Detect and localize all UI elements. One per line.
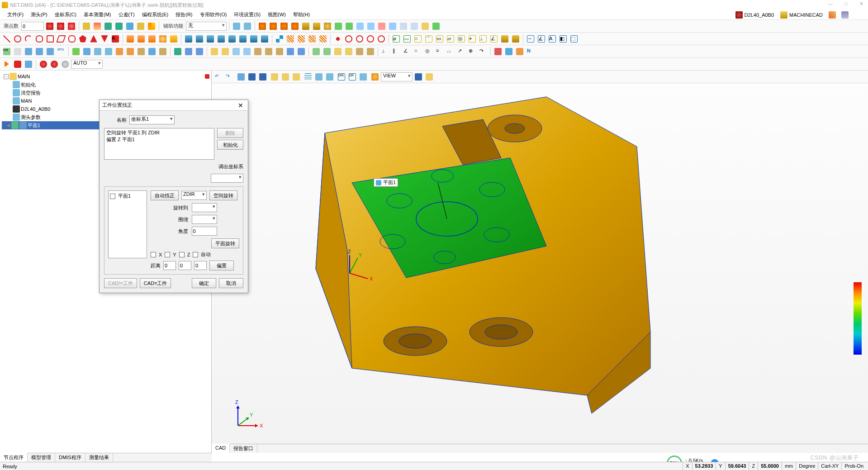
run-icon[interactable] [2, 59, 12, 69]
tree-collapse-icon[interactable]: − [4, 74, 9, 79]
solid5-icon[interactable] [227, 34, 237, 44]
tag2-icon[interactable] [49, 59, 59, 69]
con12-icon[interactable] [333, 47, 343, 57]
mode-select[interactable]: AUTO [71, 60, 103, 69]
sync-icon[interactable] [24, 59, 33, 69]
tb3-g[interactable] [93, 47, 103, 57]
zdir-select[interactable]: ZDIR [181, 191, 207, 200]
init-icon[interactable]: Init [2, 47, 12, 57]
surf5-icon[interactable] [169, 34, 179, 44]
geo-a-icon[interactable]: A [110, 34, 120, 44]
sym-con-icon[interactable]: ◎ [424, 47, 434, 57]
dot1-icon[interactable] [333, 34, 343, 44]
tb3-h[interactable] [104, 47, 114, 57]
feature-misc8-icon[interactable] [431, 21, 441, 31]
tb1-a[interactable] [45, 21, 55, 31]
dim5-icon[interactable]: ⬚ [569, 34, 579, 44]
tb1-g[interactable] [114, 21, 124, 31]
tb3-p[interactable] [194, 47, 204, 57]
menu-help[interactable]: 帮助(H) [289, 10, 313, 19]
colortag2-icon[interactable] [504, 47, 514, 57]
checkbox[interactable] [110, 194, 115, 199]
active-cad-chip[interactable]: MACHINECAD [778, 11, 825, 19]
feature-misc4-icon[interactable] [388, 21, 398, 31]
con11-icon[interactable] [322, 47, 332, 57]
tol1-icon[interactable]: ⌀ [391, 34, 401, 44]
tb3-k[interactable] [136, 47, 146, 57]
feature-misc2-icon[interactable] [366, 21, 376, 31]
aux-select[interactable]: 无 [186, 22, 227, 31]
con14-icon[interactable] [355, 47, 365, 57]
tb3-e[interactable] [71, 47, 81, 57]
cad-tab-cad[interactable]: CAD [212, 444, 230, 453]
autoalign-button[interactable]: 自动找正 [151, 190, 179, 200]
redo-icon[interactable]: ↷ [224, 72, 234, 82]
tb1-j[interactable] [232, 21, 242, 31]
tb3-a[interactable] [13, 47, 23, 57]
surf4-icon[interactable] [158, 34, 168, 44]
surf1-icon[interactable] [125, 34, 135, 44]
con4-icon[interactable] [242, 47, 252, 57]
menu-tolerance[interactable]: 公差(T) [115, 10, 138, 19]
open-icon[interactable] [236, 72, 246, 82]
geo-tri-icon[interactable] [89, 34, 99, 44]
feature-sphere-icon[interactable] [323, 21, 332, 31]
sym-prof-icon[interactable]: ⌓ [446, 47, 455, 57]
tb1-e[interactable] [92, 21, 102, 31]
delete-button[interactable]: 删除 [217, 128, 243, 138]
dim4-icon[interactable]: ◧ [558, 34, 568, 44]
init-button[interactable]: 初始化 [217, 140, 243, 150]
con1-icon[interactable] [209, 47, 219, 57]
tab-dmisprogram[interactable]: DMIS程序 [55, 453, 85, 462]
feature-slot-icon[interactable] [333, 21, 343, 31]
dot2-icon[interactable] [344, 34, 354, 44]
feature-misc7-icon[interactable] [420, 21, 430, 31]
tol2-icon[interactable]: — [402, 34, 412, 44]
tree-item[interactable]: D2L40_A0B0 [21, 106, 50, 112]
tol12-icon[interactable] [511, 34, 521, 44]
geo-mtri-icon[interactable] [100, 34, 109, 44]
text-icon[interactable]: N [526, 47, 536, 57]
warning-icon[interactable] [147, 21, 157, 31]
feature-misc6-icon[interactable] [409, 21, 419, 31]
solid8-icon[interactable] [260, 34, 270, 44]
solid6-icon[interactable] [238, 34, 248, 44]
menu-envsettings[interactable]: 环境设置(S) [230, 10, 264, 19]
con9-icon[interactable] [296, 47, 306, 57]
tree-item-selected[interactable]: 平面1 [28, 122, 40, 129]
cross-icon[interactable] [275, 34, 285, 44]
feature-label[interactable]: 平面1 [374, 178, 398, 187]
cad-viewport[interactable]: X Y Z 平面1 X Z Y [212, 83, 868, 453]
feature-torus-icon[interactable] [344, 21, 354, 31]
coordsys-select[interactable]: 坐标系1 [129, 115, 175, 124]
menu-file[interactable]: 文件(F) [4, 10, 27, 19]
con6-icon[interactable] [264, 47, 274, 57]
menu-specialsoftware[interactable]: 专用软件(O) [196, 10, 231, 19]
tb3-m[interactable] [158, 47, 168, 57]
geo-rect-icon[interactable] [45, 34, 55, 44]
tol10-icon[interactable]: ∠ [489, 34, 499, 44]
tol11-icon[interactable] [500, 34, 510, 44]
geo-slot-icon[interactable] [67, 34, 77, 44]
chk-x[interactable] [151, 252, 156, 257]
planerot-button[interactable]: 平面旋转 [211, 238, 239, 248]
tab-measresult[interactable]: 测量结果 [85, 453, 113, 462]
sym-eq-icon[interactable]: = [435, 47, 445, 57]
menu-coordsys[interactable]: 坐标系(C) [51, 10, 80, 19]
tb1-d[interactable] [81, 21, 91, 31]
hatch3-icon[interactable] [307, 34, 317, 44]
tree-item[interactable]: 清空报告 [21, 90, 41, 96]
surf2-icon[interactable] [136, 34, 146, 44]
feature-plane-icon[interactable] [290, 21, 300, 31]
tb3-l[interactable] [147, 47, 157, 57]
chk-auto[interactable] [193, 252, 198, 257]
solid2-icon[interactable] [194, 34, 204, 44]
geo-arc-icon[interactable] [24, 34, 33, 44]
tb3-j[interactable] [125, 47, 135, 57]
dist-x-input[interactable] [163, 261, 176, 270]
con15-icon[interactable] [365, 47, 375, 57]
solid4-icon[interactable] [216, 34, 226, 44]
tol5-icon[interactable]: ▭ [435, 34, 445, 44]
hatch2-icon[interactable] [296, 34, 306, 44]
solid7-icon[interactable] [249, 34, 259, 44]
